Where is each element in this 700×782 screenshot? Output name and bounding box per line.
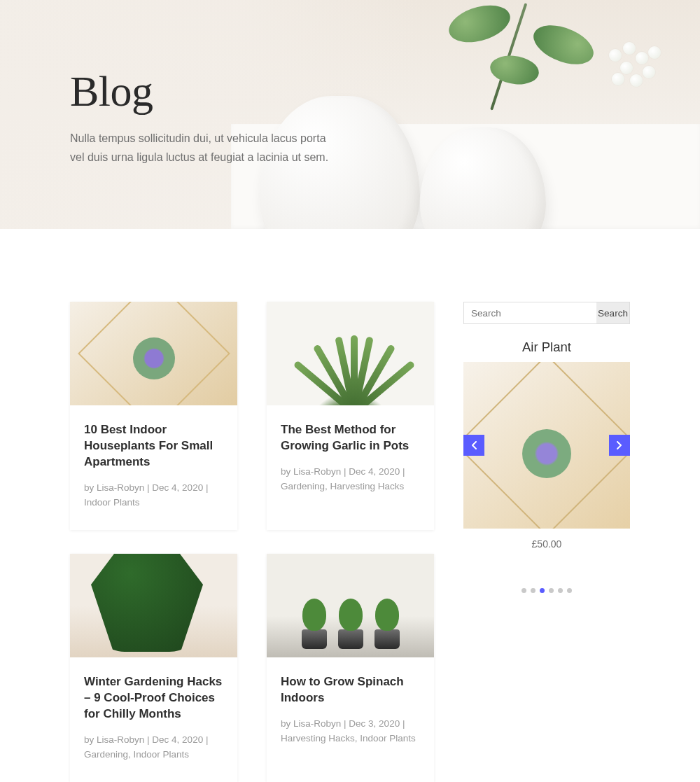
post-meta: by Lisa-Robyn | Dec 4, 2020 | Gardening,… — [84, 732, 223, 762]
page-subtitle: Nulla tempus sollicitudin dui, ut vehicu… — [70, 129, 343, 167]
carousel-dot[interactable] — [531, 588, 536, 593]
product-image[interactable] — [463, 362, 630, 529]
product-carousel — [463, 362, 630, 529]
post-categories[interactable]: Indoor Plants — [84, 497, 140, 508]
sidebar: Search Air Plant £50.00 — [463, 302, 630, 782]
post-author-link[interactable]: Lisa-Robyn — [293, 718, 341, 729]
post-card[interactable]: The Best Method for Growing Garlic in Po… — [267, 302, 434, 530]
post-thumbnail[interactable] — [267, 554, 434, 657]
carousel-dot[interactable] — [558, 588, 563, 593]
post-card[interactable]: How to Grow Spinach Indoors by Lisa-Roby… — [267, 554, 434, 782]
post-date: Dec 3, 2020 — [349, 718, 400, 729]
post-thumbnail[interactable] — [70, 554, 237, 657]
search-form: Search — [463, 302, 630, 324]
carousel-dot[interactable] — [549, 588, 554, 593]
search-button[interactable]: Search — [596, 302, 629, 323]
carousel-dot[interactable] — [567, 588, 572, 593]
post-date: Dec 4, 2020 — [349, 466, 400, 477]
post-author-link[interactable]: Lisa-Robyn — [97, 482, 144, 493]
post-meta: by Lisa-Robyn | Dec 4, 2020 | Indoor Pla… — [84, 480, 223, 510]
post-meta: by Lisa-Robyn | Dec 3, 2020 | Harvesting… — [281, 716, 420, 746]
post-thumbnail[interactable] — [267, 302, 434, 405]
carousel-dot[interactable] — [522, 588, 526, 593]
post-title[interactable]: How to Grow Spinach Indoors — [281, 674, 420, 706]
carousel-prev-button[interactable] — [463, 435, 484, 456]
chevron-left-icon — [471, 441, 477, 449]
page-title: Blog — [70, 67, 364, 116]
post-categories[interactable]: Gardening, Indoor Plants — [84, 749, 189, 760]
posts-grid: 10 Best Indoor Houseplants For Small Apa… — [70, 302, 434, 782]
hero-banner: Blog Nulla tempus sollicitudin dui, ut v… — [0, 0, 700, 229]
carousel-next-button[interactable] — [609, 435, 630, 456]
post-date: Dec 4, 2020 — [152, 482, 203, 493]
post-thumbnail[interactable] — [70, 302, 237, 405]
post-card[interactable]: 10 Best Indoor Houseplants For Small Apa… — [70, 302, 237, 530]
post-categories[interactable]: Harvesting Hacks, Indoor Plants — [281, 733, 416, 743]
post-author-link[interactable]: Lisa-Robyn — [97, 734, 144, 745]
post-title[interactable]: 10 Best Indoor Houseplants For Small Apa… — [84, 422, 223, 470]
post-card[interactable]: Winter Gardening Hacks – 9 Cool-Proof Ch… — [70, 554, 237, 782]
search-input[interactable] — [464, 302, 596, 323]
post-author-link[interactable]: Lisa-Robyn — [293, 466, 341, 477]
post-meta: by Lisa-Robyn | Dec 4, 2020 | Gardening,… — [281, 464, 420, 494]
chevron-right-icon — [617, 441, 622, 449]
product-price: £50.00 — [463, 538, 630, 550]
post-date: Dec 4, 2020 — [152, 734, 203, 745]
post-title[interactable]: Winter Gardening Hacks – 9 Cool-Proof Ch… — [84, 674, 223, 722]
post-categories[interactable]: Gardening, Harvesting Hacks — [281, 481, 404, 491]
carousel-dots — [463, 583, 630, 596]
product-title[interactable]: Air Plant — [463, 340, 630, 355]
post-title[interactable]: The Best Method for Growing Garlic in Po… — [281, 422, 420, 454]
carousel-dot[interactable] — [540, 588, 545, 593]
